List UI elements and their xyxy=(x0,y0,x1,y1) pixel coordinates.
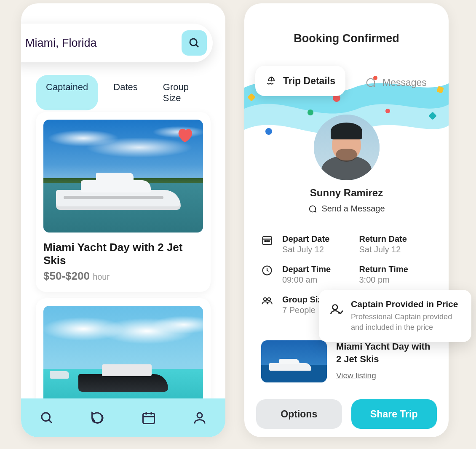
calendar-icon xyxy=(261,234,278,246)
nav-search-icon[interactable] xyxy=(39,410,54,425)
tab-label: Messages xyxy=(382,77,427,88)
filter-chips: Captained Dates Group Size xyxy=(36,75,211,110)
tab-messages[interactable]: Messages xyxy=(355,67,437,98)
nav-profile-icon[interactable] xyxy=(192,410,207,425)
bottom-nav xyxy=(21,398,225,437)
search-icon xyxy=(188,37,201,49)
search-input[interactable]: Miami, Florida xyxy=(25,37,182,50)
svg-point-16 xyxy=(267,298,270,301)
return-date: Return DateSat July 12 xyxy=(359,234,432,254)
tab-label: Trip Details xyxy=(283,75,335,87)
page-title: Booking Confirmed xyxy=(244,32,449,45)
listing-image xyxy=(43,306,203,408)
svg-point-2 xyxy=(42,413,50,421)
depart-time: Depart Time09:00 am xyxy=(282,265,355,285)
svg-point-17 xyxy=(333,305,338,310)
clock-icon xyxy=(261,265,278,276)
chat-icon xyxy=(308,204,317,214)
send-message-link[interactable]: Send a Message xyxy=(244,204,449,214)
svg-line-3 xyxy=(48,420,51,423)
search-screen: Miami, Florida Captained Dates Group Siz… xyxy=(21,3,225,437)
svg-line-1 xyxy=(196,45,198,47)
confetti-dot xyxy=(265,128,272,135)
tooltip-body: Professional Captain provided and includ… xyxy=(351,312,461,333)
favorite-icon[interactable] xyxy=(174,126,195,145)
svg-point-12 xyxy=(267,241,267,241)
confetti-dot xyxy=(308,110,313,115)
filter-chip-group-size[interactable]: Group Size xyxy=(153,75,211,110)
svg-point-13 xyxy=(269,241,270,241)
options-button[interactable]: Options xyxy=(256,399,342,429)
booking-confirmed-screen: Booking Confirmed Trip Details Messages xyxy=(244,3,449,437)
listing-image xyxy=(43,120,203,233)
tab-trip-details[interactable]: Trip Details xyxy=(255,66,345,96)
depart-date: Depart DateSat July 12 xyxy=(282,234,355,254)
search-button[interactable] xyxy=(182,30,207,56)
booked-listing: Miami Yacht Day with 2 Jet Skis View lis… xyxy=(261,340,432,382)
tooltip-title: Captain Provided in Price xyxy=(351,299,461,309)
search-bar[interactable]: Miami, Florida xyxy=(21,24,213,62)
svg-rect-4 xyxy=(143,414,155,424)
svg-point-0 xyxy=(190,39,197,45)
captain-name: Sunny Ramirez xyxy=(244,187,449,199)
listing-price: $50-$200 hour xyxy=(43,270,203,283)
listing-card[interactable] xyxy=(36,298,211,408)
filter-chip-captained[interactable]: Captained xyxy=(36,75,98,110)
send-message-label: Send a Message xyxy=(321,204,385,214)
boat-icon xyxy=(265,75,277,87)
listing-card[interactable]: Miami Yacht Day with 2 Jet Skis $50-$200… xyxy=(36,112,211,292)
svg-point-8 xyxy=(197,413,202,418)
listing-title: Miami Yacht Day with 2 Jet Skis xyxy=(43,241,203,267)
captain-icon xyxy=(327,299,344,333)
group-icon xyxy=(261,295,278,307)
captain-tooltip: Captain Provided in Price Professional C… xyxy=(319,290,471,342)
listing-title: Miami Yacht Day with 2 Jet Skis xyxy=(336,340,432,365)
notification-badge xyxy=(373,76,377,80)
return-time: Return Time3:00 pm xyxy=(359,265,432,285)
confetti-dot xyxy=(385,109,390,113)
nav-calendar-icon[interactable] xyxy=(141,410,156,425)
filter-chip-dates[interactable]: Dates xyxy=(103,75,147,110)
svg-point-15 xyxy=(264,298,267,301)
captain-avatar[interactable] xyxy=(314,115,380,180)
view-listing-link[interactable]: View listing xyxy=(336,371,376,380)
svg-point-11 xyxy=(265,241,265,241)
share-trip-button[interactable]: Share Trip xyxy=(351,399,437,429)
footer-buttons: Options Share Trip xyxy=(256,399,437,429)
nav-chat-icon[interactable] xyxy=(90,410,105,425)
listing-thumbnail[interactable] xyxy=(261,340,327,382)
